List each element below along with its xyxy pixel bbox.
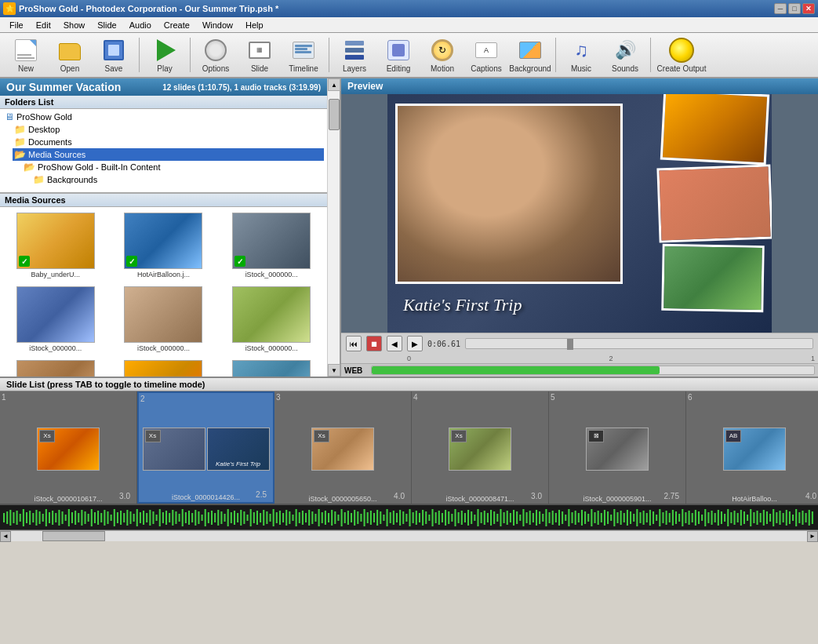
pb-timeline[interactable]: [465, 338, 813, 349]
slide-button[interactable]: ▦ Slide: [238, 35, 281, 75]
media-thumb-balloon[interactable]: ✓ HotAirBalloon.j...: [111, 210, 216, 281]
close-button[interactable]: ✕: [802, 3, 815, 14]
left-panel-scrollbar[interactable]: ▲ ▼: [327, 78, 340, 377]
svg-rect-110: [360, 514, 362, 522]
svg-rect-165: [539, 511, 540, 524]
media-thumb-baby[interactable]: ✓ Baby_underU...: [3, 210, 108, 281]
sounds-button[interactable]: 🔊 Sounds: [604, 35, 646, 75]
layers-button[interactable]: Layers: [333, 35, 376, 75]
right-panel: Preview: [341, 78, 818, 377]
svg-rect-50: [165, 511, 167, 525]
editing-button[interactable]: Editing: [377, 35, 420, 75]
svg-rect-127: [416, 511, 417, 525]
motion-button[interactable]: ↻ Motion: [421, 35, 464, 75]
slide-item-1[interactable]: 1 Xs iStock_0000010617... 3.0: [0, 391, 137, 504]
svg-rect-235: [766, 511, 768, 524]
media-thumb-field[interactable]: iStock_000000...: [219, 284, 324, 355]
svg-rect-60: [198, 511, 199, 524]
svg-rect-52: [172, 510, 173, 526]
media-thumb-girl[interactable]: iStock_000000...: [219, 358, 324, 377]
scroll-down-btn[interactable]: ▼: [328, 364, 340, 377]
minimize-button[interactable]: ─: [774, 3, 787, 14]
svg-rect-49: [162, 512, 164, 523]
menu-help[interactable]: Help: [239, 20, 270, 31]
svg-rect-168: [549, 512, 551, 523]
svg-rect-152: [496, 514, 498, 522]
svg-rect-102: [334, 511, 336, 524]
slide-num-3: 3: [274, 391, 282, 403]
tree-label-builtin: ProShow Gold - Built-In Content: [38, 162, 161, 172]
svg-rect-26: [88, 514, 89, 522]
toolbar-sep-4: [555, 38, 556, 72]
menu-slide[interactable]: Slide: [91, 20, 122, 31]
svg-rect-203: [662, 512, 663, 523]
create-output-button[interactable]: Create Output: [655, 35, 708, 75]
menu-create[interactable]: Create: [158, 20, 196, 31]
media-thumb-baby2[interactable]: iStock_000000...: [111, 284, 216, 355]
options-button[interactable]: Options: [195, 35, 237, 75]
menu-audio[interactable]: Audio: [123, 20, 158, 31]
svg-rect-118: [387, 509, 388, 526]
h-scroll-thumb[interactable]: [42, 531, 105, 541]
show-title: Our Summer Vacation: [6, 81, 121, 93]
play-button[interactable]: Play: [144, 35, 186, 75]
scroll-up-btn[interactable]: ▲: [328, 78, 340, 91]
svg-rect-138: [451, 514, 453, 522]
svg-rect-140: [458, 512, 460, 523]
slide-thumb-row-2: Xs Katie's First Trip: [141, 405, 271, 493]
tree-item-builtin[interactable]: 📂 ProShow Gold - Built-In Content: [22, 161, 324, 173]
svg-rect-84: [276, 512, 278, 523]
slide-item-5[interactable]: 5 ⊠ iStock_0000005901... 2.75: [549, 391, 686, 504]
tick-2: 2: [415, 355, 807, 362]
captions-button[interactable]: A Captions: [465, 35, 507, 75]
svg-rect-46: [152, 511, 154, 524]
svg-rect-75: [247, 515, 249, 521]
h-scroll-left-btn[interactable]: ◄: [0, 531, 11, 542]
menu-window[interactable]: Window: [196, 20, 239, 31]
titlebar-controls[interactable]: ─ □ ✕: [774, 3, 815, 14]
svg-rect-142: [464, 513, 466, 522]
menu-show[interactable]: Show: [57, 20, 92, 31]
h-scroll-right-btn[interactable]: ►: [807, 531, 818, 542]
svg-rect-28: [94, 512, 96, 523]
slide-main-photo: [395, 104, 623, 284]
timeline-button[interactable]: Timeline: [282, 35, 325, 75]
new-button[interactable]: New: [5, 35, 47, 75]
slide-item-3[interactable]: 3 Xs iStock_0000005650... 4.0: [274, 391, 412, 504]
menu-file[interactable]: File: [3, 20, 30, 31]
svg-rect-228: [743, 511, 745, 524]
maximize-button[interactable]: □: [788, 3, 801, 14]
tree-label-desktop: Desktop: [28, 125, 60, 134]
next-frame-button[interactable]: ▶: [407, 336, 423, 351]
tree-item-proshow[interactable]: 🖥 ProShow Gold: [3, 111, 324, 123]
rewind-button[interactable]: ⏮: [346, 336, 362, 351]
scroll-thumb[interactable]: [329, 99, 340, 130]
tree-item-documents[interactable]: 📁 Documents: [13, 136, 324, 148]
save-button[interactable]: Save: [93, 35, 135, 75]
slide-item-6[interactable]: 6 AB HotAirBalloo... 4.0: [686, 391, 818, 504]
media-thumb-couple[interactable]: ✓ iStock_000000...: [219, 210, 324, 281]
tree-item-desktop[interactable]: 📁 Desktop: [13, 123, 324, 136]
slide-item-2[interactable]: 2 Xs Katie's First Trip iStock_000001442…: [137, 391, 274, 504]
svg-rect-147: [481, 512, 482, 523]
thumb-label-baby2: iStock_000000...: [137, 344, 190, 352]
slide-item-4[interactable]: 4 Xs iStock_0000008471... 3.0: [412, 391, 549, 504]
svg-rect-241: [786, 510, 787, 526]
media-thumb-kids[interactable]: iStock_000000...: [3, 284, 108, 355]
media-thumb-flower[interactable]: iStock_000000...: [111, 358, 216, 377]
open-button[interactable]: Open: [49, 35, 91, 75]
media-thumb-baseball[interactable]: iStock_000000...: [3, 358, 108, 377]
music-button[interactable]: ♫ Music: [560, 35, 602, 75]
stop-button[interactable]: ⏹: [366, 336, 382, 351]
tree-item-backgrounds[interactable]: 📁 Backgrounds: [31, 173, 324, 184]
svg-rect-38: [126, 510, 128, 526]
tree-item-media-sources[interactable]: 📂 Media Sources: [13, 148, 324, 161]
svg-rect-156: [510, 513, 511, 522]
sounds-icon: 🔊: [613, 38, 638, 63]
background-button[interactable]: Background: [509, 35, 551, 75]
menu-edit[interactable]: Edit: [30, 20, 57, 31]
prev-frame-button[interactable]: ◀: [387, 336, 402, 351]
thumb-img-field: [232, 286, 311, 343]
svg-rect-114: [373, 513, 375, 522]
svg-rect-123: [402, 511, 404, 524]
